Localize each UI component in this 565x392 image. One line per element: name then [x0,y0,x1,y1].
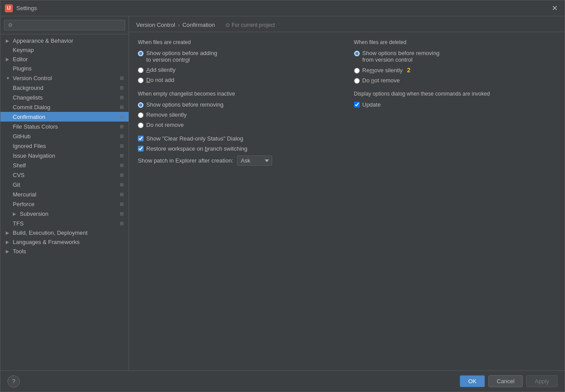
radio-do-not-remove-label: Do not remove [362,77,400,84]
radio-do-not-add-label: Do not add [146,77,174,83]
files-deleted-title: When files are deleted [354,39,556,45]
radio-do-not-remove-input[interactable] [354,78,360,84]
radio-do-not-remove[interactable]: Do not remove [354,77,556,84]
sidebar-item-label: CVS [13,172,116,178]
sidebar-item-issue-navigation[interactable]: Issue Navigation ⊞ [0,151,129,160]
radio-remove-silently-input[interactable] [354,68,360,74]
sidebar-item-cvs[interactable]: CVS ⊞ [0,170,129,180]
radio-remove-silently-cl[interactable]: Remove silently [138,111,340,118]
cancel-button[interactable]: Cancel [488,375,523,387]
sidebar-item-file-status-colors[interactable]: File Status Colors ⊞ [0,122,129,131]
radio-show-before-adding-input[interactable] [138,51,144,56]
show-patch-row: Show patch in Explorer after creation: A… [138,155,556,166]
radio-show-before-adding[interactable]: Show options before addingto version con… [138,50,340,63]
right-panel: Version Control › Confirmation ⊙ For cur… [129,16,565,370]
restore-workspace-label: Restore workspace on branch switching [146,145,247,152]
sidebar-item-ignored-files[interactable]: Ignored Files ⊞ [0,141,129,151]
sidebar-item-label: Editor [13,56,125,63]
sidebar-item-perforce[interactable]: Perforce ⊞ [0,199,129,209]
sidebar-tree: ▶ Appearance & Behavior Keymap ▶ Editor … [0,34,129,370]
files-created-title: When files are created [138,39,340,45]
sidebar-item-shelf[interactable]: Shelf ⊞ [0,160,129,170]
expand-arrow: ▶ [6,240,13,244]
sidebar-item-tfs[interactable]: TFS ⊞ [0,218,129,228]
sidebar-item-changelists[interactable]: Changelists ⊞ [0,92,129,102]
sidebar-item-label: Mercurial [13,191,116,198]
sidebar-item-keymap[interactable]: Keymap [0,45,129,55]
changelist-section: When empty changelist becomes inactive S… [138,91,340,128]
restore-workspace-checkbox-item[interactable]: Restore workspace on branch switching [138,145,556,152]
radio-do-not-remove-cl-input[interactable] [138,122,144,128]
search-box [0,16,129,34]
sidebar-item-label: Tools [13,248,125,255]
sidebar-item-subversion[interactable]: ▶ Subversion ⊞ [0,209,129,218]
sidebar-item-editor[interactable]: ▶ Editor [0,55,129,64]
restore-workspace-checkbox[interactable] [138,146,144,152]
page-icon: ⊞ [118,104,125,111]
sidebar-item-languages-frameworks[interactable]: ▶ Languages & Frameworks [0,237,129,247]
breadcrumb-current: Confirmation [182,22,215,28]
expand-arrow: ▶ [13,211,20,216]
sidebar-item-label: Version Control [13,75,116,81]
apply-button[interactable]: Apply [526,375,558,387]
sidebar-item-commit-dialog[interactable]: Commit Dialog ⊞ [0,102,129,112]
clear-readonly-checkbox-item[interactable]: Show "Clear Read-only Status" Dialog [138,135,556,142]
clear-readonly-checkbox[interactable] [138,136,144,141]
page-icon: ⊞ [118,133,125,140]
app-icon: IJ [5,4,13,12]
radio-do-not-remove-cl-label: Do not remove [146,122,184,128]
sidebar-item-confirmation[interactable]: Confirmation ⊞ [0,112,129,122]
page-icon: ⊞ [118,84,125,91]
breadcrumb-separator: › [178,22,180,28]
sidebar-item-label: GitHub [13,133,116,140]
sidebar-item-build-execution[interactable]: ▶ Build, Execution, Deployment [0,228,129,237]
panel-body: When files are created Show options befo… [129,32,565,370]
yellow-badge: 2 [407,67,410,74]
radio-show-before-removing[interactable]: Show options before removingfrom version… [354,50,556,63]
panel-header: Version Control › Confirmation ⊙ For cur… [129,16,565,32]
radio-add-silently[interactable]: Add silently [138,67,340,73]
radio-show-before-removing-cl[interactable]: Show options before removing [138,101,340,108]
main-content: ▶ Appearance & Behavior Keymap ▶ Editor … [0,16,565,370]
show-patch-select[interactable]: Ask Always Never [237,155,272,166]
sidebar-item-background[interactable]: Background ⊞ [0,83,129,92]
sidebar-item-label: Ignored Files [13,143,116,149]
show-patch-label: Show patch in Explorer after creation: [138,157,233,164]
radio-show-before-removing-cl-label: Show options before removing [146,101,224,108]
sidebar-item-mercurial[interactable]: Mercurial ⊞ [0,189,129,199]
sidebar-item-git[interactable]: Git ⊞ [0,180,129,189]
breadcrumb: Version Control › Confirmation [136,22,215,28]
sidebar-item-tools[interactable]: ▶ Tools [0,247,129,256]
sidebar-item-appearance[interactable]: ▶ Appearance & Behavior [0,36,129,45]
title-bar: IJ Settings ✕ [0,0,565,16]
help-button[interactable]: ? [7,375,20,388]
display-options-title: Display options dialog when these comman… [354,91,556,97]
radio-do-not-add[interactable]: Do not add [138,77,340,83]
bottom-left: ? [7,375,20,388]
settings-window: IJ Settings ✕ ▶ Appearance & Behavior Ke… [0,0,565,392]
radio-remove-silently[interactable]: Remove silently 2 [354,67,556,74]
project-label: For current project [232,22,275,28]
sidebar-item-label: Commit Dialog [13,104,116,111]
update-checkbox-label: Update [362,101,381,108]
expand-arrow: ▶ [6,57,13,62]
radio-remove-silently-cl-input[interactable] [138,112,144,118]
changelist-title: When empty changelist becomes inactive [138,91,340,97]
sidebar-item-label: Appearance & Behavior [13,37,125,44]
update-checkbox-input[interactable] [354,102,360,107]
radio-do-not-remove-cl[interactable]: Do not remove [138,122,340,128]
radio-do-not-add-input[interactable] [138,78,144,83]
search-input[interactable] [4,20,125,30]
project-icon: ⊙ [225,22,230,28]
sidebar-item-github[interactable]: GitHub ⊞ [0,131,129,141]
radio-show-before-removing-input[interactable] [354,51,360,56]
radio-show-before-removing-label: Show options before removingfrom version… [362,50,440,63]
sidebar-item-version-control[interactable]: ▼ Version Control ⊞ [0,73,129,83]
close-button[interactable]: ✕ [549,3,560,13]
expand-arrow: ▶ [6,38,13,43]
ok-button[interactable]: OK [460,375,485,387]
radio-show-before-removing-cl-input[interactable] [138,102,144,108]
page-icon: ⊞ [118,123,125,130]
radio-add-silently-input[interactable] [138,67,144,73]
sidebar-item-plugins[interactable]: Plugins [0,64,129,73]
